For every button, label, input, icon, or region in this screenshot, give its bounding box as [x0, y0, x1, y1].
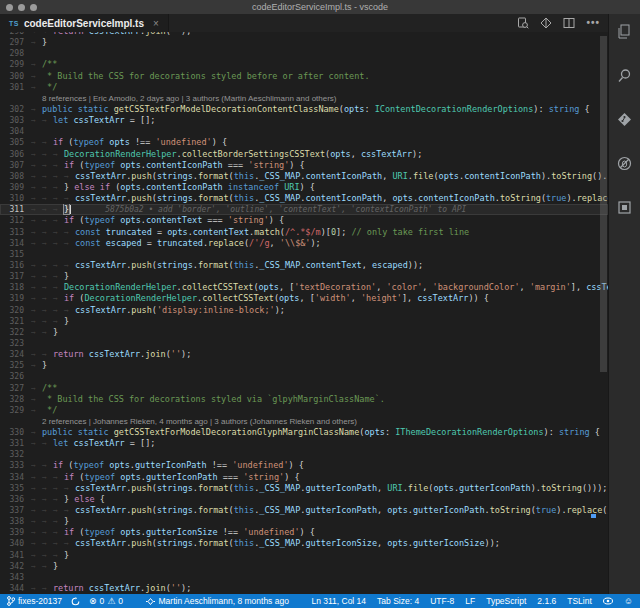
code-line[interactable]: 298: [0, 48, 608, 59]
eye-icon[interactable]: [603, 597, 613, 605]
code-line[interactable]: 335→→→→cssTextArr.push(strings.format(th…: [0, 483, 608, 494]
tab-whitespace-icon: →: [64, 505, 75, 516]
tab-whitespace-icon: →: [31, 104, 42, 115]
code-text: →→→}: [31, 550, 608, 561]
code-text: →→→}5875b0a2 • add 'border', 'outline', …: [31, 204, 608, 215]
code-line[interactable]: 311→→→}5875b0a2 • add 'border', 'outline…: [0, 204, 608, 215]
tslint-status[interactable]: TSLint: [567, 596, 592, 606]
code-line[interactable]: 320→→→→cssTextArr.push('display:inline-b…: [0, 305, 608, 316]
code-line[interactable]: 303→→let cssTextArr = [];: [0, 115, 608, 126]
code-line[interactable]: 302→public static getCSSTextForModelDeco…: [0, 104, 608, 115]
code-line[interactable]: 322→→}: [0, 327, 608, 338]
tab-whitespace-icon: →: [53, 193, 64, 204]
ts-version-status[interactable]: 2.1.6: [537, 596, 556, 606]
code-line[interactable]: 317→→→}: [0, 271, 608, 282]
code-line[interactable]: 344→→return cssTextArr.join('');: [0, 583, 608, 594]
cursor-position-status[interactable]: Ln 311, Col 14: [311, 596, 366, 606]
code-line[interactable]: 305→→if (typeof opts !== 'undefined') {: [0, 137, 608, 148]
codelens-row[interactable]: 8 references | Eric Amodio, 2 days ago |…: [0, 93, 608, 104]
code-text: →}: [31, 37, 608, 48]
line-number: 325: [0, 360, 31, 371]
code-line[interactable]: 325→}: [0, 360, 608, 371]
tab-whitespace-icon: →: [53, 238, 64, 249]
tab-close-icon[interactable]: ×: [153, 18, 159, 29]
code-line[interactable]: 326: [0, 371, 608, 382]
code-line[interactable]: 321→→→}: [0, 316, 608, 327]
git-branch-status[interactable]: fixes-20137: [7, 596, 62, 606]
tab-whitespace-icon: →: [53, 271, 64, 282]
vertical-scrollbar[interactable]: [600, 36, 607, 372]
line-number: 327: [0, 383, 31, 394]
line-number: 309: [0, 182, 31, 193]
tab-whitespace-icon: →: [42, 227, 53, 238]
feedback-smiley-icon[interactable]: ☺: [624, 597, 633, 606]
explorer-icon[interactable]: [616, 22, 634, 40]
code-line[interactable]: 343: [0, 572, 608, 583]
code-line[interactable]: 338→→→}: [0, 516, 608, 527]
code-line[interactable]: 310→→→→cssTextArr.push(strings.format(th…: [0, 193, 608, 204]
code-line[interactable]: 336→→→} else {: [0, 494, 608, 505]
warning-icon: ⚠: [107, 597, 115, 606]
eol-status[interactable]: LF: [465, 596, 475, 606]
tab-whitespace-icon: →: [31, 472, 42, 483]
search-icon[interactable]: [616, 66, 634, 84]
code-line[interactable]: 328→ * Build the CSS for decorations sty…: [0, 394, 608, 405]
code-line[interactable]: 332: [0, 449, 608, 460]
extensions-icon[interactable]: [616, 198, 634, 216]
split-editor-icon[interactable]: [563, 17, 575, 29]
line-number: 328: [0, 394, 31, 405]
code-editor[interactable]: 296→→return cssTextArr.join('');297→}298…: [0, 32, 608, 594]
code-text: [31, 572, 608, 583]
code-line[interactable]: 312→→→if (typeof opts.contentText === 's…: [0, 215, 608, 226]
code-text: →→→→cssTextArr.push(strings.format(this.…: [31, 538, 608, 549]
more-actions-icon[interactable]: •••: [586, 18, 600, 28]
code-line[interactable]: 329→ */: [0, 405, 608, 416]
open-preview-icon[interactable]: [517, 17, 529, 29]
line-number: 333: [0, 460, 31, 471]
source-control-icon[interactable]: [616, 110, 634, 128]
tab-whitespace-icon: →: [31, 327, 42, 338]
compare-icon[interactable]: [540, 17, 552, 29]
encoding-status[interactable]: UTF-8: [430, 596, 454, 606]
language-mode-status[interactable]: TypeScript: [486, 596, 526, 606]
code-line[interactable]: 337→→→→cssTextArr.push(strings.format(th…: [0, 505, 608, 516]
code-line[interactable]: 307→→→if (typeof opts.contentIconPath ==…: [0, 160, 608, 171]
code-line[interactable]: 315: [0, 249, 608, 260]
code-line[interactable]: 331→→let cssTextArr = [];: [0, 438, 608, 449]
tab-whitespace-icon: →: [53, 204, 64, 215]
code-line[interactable]: 297→}: [0, 37, 608, 48]
code-line[interactable]: 324→→return cssTextArr.join('');: [0, 349, 608, 360]
code-line[interactable]: 342→→}: [0, 561, 608, 572]
problems-status[interactable]: ⊗ 0 ⚠ 0: [89, 596, 123, 606]
code-line[interactable]: 323: [0, 338, 608, 349]
tab-codeEditorServiceImpl[interactable]: TS codeEditorServiceImpl.ts ×: [0, 14, 169, 32]
gitlens-blame-status[interactable]: Martin Aeschlimann, 8 months ago: [123, 596, 311, 606]
codelens-row[interactable]: 2 references | Johannes Rieken, 4 months…: [0, 416, 608, 427]
code-line[interactable]: 309→→→} else if (opts.contentIconPath in…: [0, 182, 608, 193]
code-line[interactable]: 339→→→if (typeof opts.gutterIconSize !==…: [0, 527, 608, 538]
gitlens-blame-icon: [146, 598, 155, 605]
code-line[interactable]: 300→ * Build the CSS for decorations sty…: [0, 71, 608, 82]
code-line[interactable]: 340→→→→cssTextArr.push(strings.format(th…: [0, 538, 608, 549]
sync-button[interactable]: [71, 597, 80, 606]
code-line[interactable]: 341→→→}: [0, 550, 608, 561]
code-line[interactable]: 327→/**: [0, 383, 608, 394]
code-text: [31, 48, 608, 59]
tab-whitespace-icon: →: [31, 82, 42, 93]
code-line[interactable]: 334→→→if (typeof opts.gutterIconPath ===…: [0, 472, 608, 483]
code-line[interactable]: 304: [0, 126, 608, 137]
code-line[interactable]: 313→→→→const truncated = opts.contentTex…: [0, 227, 608, 238]
code-line[interactable]: 316→→→→cssTextArr.push(strings.format(th…: [0, 260, 608, 271]
code-line[interactable]: 314→→→→const escaped = truncated.replace…: [0, 238, 608, 249]
code-line[interactable]: 330→public static getCSSTextForModelDeco…: [0, 427, 608, 438]
code-line[interactable]: 333→→if (typeof opts.gutterIconPath !== …: [0, 460, 608, 471]
code-line[interactable]: 301→ */: [0, 82, 608, 93]
code-line[interactable]: 319→→→if (DecorationRenderHelper.collect…: [0, 293, 608, 304]
code-line[interactable]: 318→→→DecorationRenderHelper.collectCSST…: [0, 282, 608, 293]
code-line[interactable]: 306→→→DecorationRenderHelper.collectBord…: [0, 149, 608, 160]
tab-size-status[interactable]: Tab Size: 4: [377, 596, 419, 606]
debug-icon[interactable]: [616, 154, 634, 172]
tab-whitespace-icon: →: [31, 293, 42, 304]
code-line[interactable]: 308→→→→cssTextArr.push(strings.format(th…: [0, 171, 608, 182]
code-line[interactable]: 299→/**: [0, 59, 608, 70]
